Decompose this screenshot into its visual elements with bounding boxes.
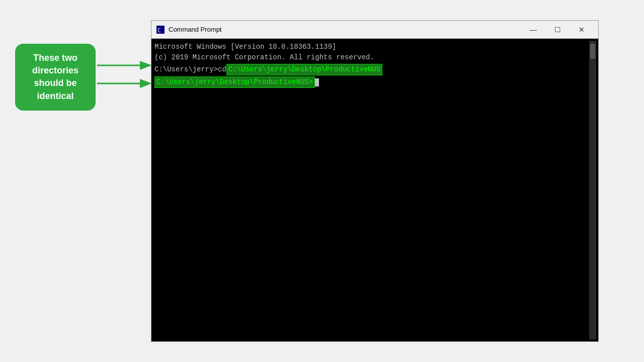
- cmd-body: Microsoft Windows [Version 10.0.18363.11…: [151, 39, 598, 341]
- prompt-line-1: C:\Users\jerry>cd C:\Users\jerry\Desktop…: [154, 64, 588, 75]
- cmd-window-icon: C: [156, 26, 165, 34]
- header-line2: (c) 2019 Microsoft Corporation. All righ…: [154, 52, 588, 63]
- prompt1-prefix: C:\Users\jerry>cd: [154, 64, 226, 75]
- annotation-bubble: These two directories should be identica…: [15, 44, 96, 111]
- window-controls: — ☐ ✕: [522, 22, 593, 37]
- prompt1-highlight: C:\Users\jerry\Desktop\ProductiveNUS: [226, 64, 382, 75]
- cmd-content: Microsoft Windows [Version 10.0.18363.11…: [153, 41, 589, 339]
- scrollbar[interactable]: [589, 41, 596, 339]
- cmd-icon-svg: C: [156, 26, 165, 34]
- close-button[interactable]: ✕: [570, 22, 593, 37]
- cmd-window: C Command Prompt — ☐ ✕ Microsoft Windows…: [151, 20, 599, 342]
- annotation-text: These two directories should be identica…: [32, 53, 78, 101]
- scrollbar-thumb[interactable]: [590, 44, 595, 59]
- header-line1: Microsoft Windows [Version 10.0.18363.11…: [154, 42, 588, 52]
- svg-text:C: C: [157, 27, 161, 34]
- cursor: [315, 78, 319, 86]
- prompt2-highlight: C:\Users\jerry\Desktop\ProductiveNUS>: [154, 76, 315, 88]
- minimize-button[interactable]: —: [522, 22, 545, 37]
- window-title: Command Prompt: [169, 26, 522, 33]
- annotation-arrows: [95, 44, 155, 105]
- cmd-titlebar: C Command Prompt — ☐ ✕: [151, 21, 598, 39]
- maximize-button[interactable]: ☐: [546, 22, 569, 37]
- prompt-line-2: C:\Users\jerry\Desktop\ProductiveNUS>: [154, 76, 588, 88]
